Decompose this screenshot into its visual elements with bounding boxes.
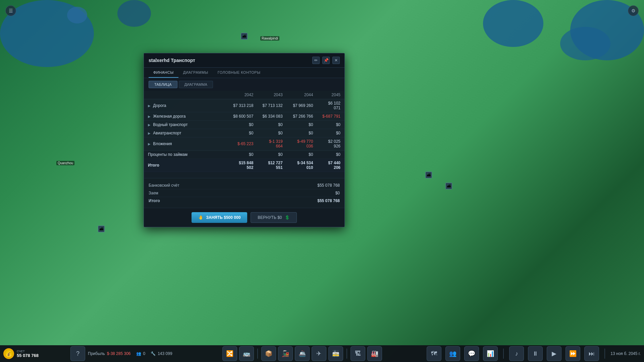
invest-2042: $-65 223 bbox=[228, 137, 257, 150]
city-icon-4[interactable]: 🏙 bbox=[241, 33, 248, 40]
plane-icon: ✈ bbox=[316, 350, 321, 357]
toolbar-tram[interactable]: 🚋 bbox=[328, 346, 343, 361]
col-header-2045: 2045 bbox=[317, 91, 344, 99]
expand-arrow[interactable]: ▶ bbox=[148, 123, 151, 127]
profit-value: $-38 285 306 bbox=[107, 351, 131, 356]
pause-icon: ⏸ bbox=[532, 350, 538, 357]
skipfwd-button[interactable]: ⏭ bbox=[584, 346, 599, 361]
row-label-railway: ▶ Железная дорога bbox=[144, 112, 228, 121]
tab-finances[interactable]: ФИНАНСЫ bbox=[149, 68, 178, 78]
air-2044: $0 bbox=[287, 129, 317, 137]
toolbar-factory[interactable]: 🏭 bbox=[367, 346, 382, 361]
summary-total-label: Итого bbox=[149, 198, 160, 203]
city-label-rawalpindi: Rawalpindi bbox=[260, 36, 279, 41]
note-icon: ♪ bbox=[515, 350, 518, 357]
expand-arrow[interactable]: ▶ bbox=[148, 104, 151, 108]
users-icon: 👥 bbox=[449, 350, 457, 357]
play-button[interactable]: ▶ bbox=[547, 346, 561, 361]
profit-info: Прибыль $-38 285 306 bbox=[88, 351, 131, 356]
toolbar-bus[interactable]: 🚌 bbox=[239, 346, 254, 361]
edit-button[interactable]: ✏ bbox=[312, 57, 320, 64]
expand-arrow[interactable]: ▶ bbox=[148, 142, 151, 146]
workers-info: 🔧 143 099 bbox=[151, 351, 172, 356]
loan-label: Заем bbox=[149, 191, 158, 195]
pause-button[interactable]: ⏸ bbox=[528, 346, 543, 361]
toolbar-construct[interactable]: 🏗 bbox=[351, 346, 365, 361]
bus-icon: 🚌 bbox=[243, 350, 250, 357]
menu-icon: ☰ bbox=[9, 8, 13, 13]
summary-loan-row: Заем $0 bbox=[149, 189, 340, 197]
return-button[interactable]: ВЕРНУТЬ $0 💲 bbox=[251, 212, 297, 223]
tab-hq[interactable]: ГОЛОВНЫЕ КОНТОРЫ bbox=[213, 68, 265, 78]
col-header-2043: 2043 bbox=[257, 91, 286, 99]
railway-2045: $-687 791 bbox=[317, 112, 344, 121]
pin-icon: 📌 bbox=[324, 58, 329, 63]
summary-bank-row: Банковский счёт $55 078 768 bbox=[149, 182, 340, 189]
bottom-bar: 💰 СЧЕТ 55 078 768 ? Прибыль $-38 285 306… bbox=[0, 345, 644, 362]
city-icon-1[interactable]: 🏙 bbox=[98, 226, 105, 232]
stats-icon: 📊 bbox=[487, 350, 494, 357]
help-button[interactable]: ? bbox=[70, 346, 85, 361]
toolbar-separator-4 bbox=[604, 349, 605, 359]
toolbar-train[interactable]: 🚂 bbox=[278, 346, 293, 361]
close-button[interactable]: ✕ bbox=[332, 57, 340, 64]
table-row: ▶ Водный транспорт $0 $0 $0 $0 bbox=[144, 121, 344, 129]
toolbar-cargo[interactable]: 📦 bbox=[261, 346, 276, 361]
pin-button[interactable]: 📌 bbox=[322, 57, 330, 64]
sub-tab-diagram[interactable]: ДИАГРАММА bbox=[179, 81, 213, 88]
fastfwd-button[interactable]: ⏩ bbox=[566, 346, 580, 361]
play-icon: ▶ bbox=[552, 350, 556, 357]
modal-footer: 🤚 ЗАНЯТЬ $500 000 ВЕРНУТЬ $0 💲 bbox=[144, 208, 344, 227]
expand-arrow[interactable]: ▶ bbox=[148, 131, 151, 135]
city-icon-2[interactable]: 🏙 bbox=[425, 172, 432, 178]
game-date: 13 ноя б. 2045 г. bbox=[610, 351, 641, 356]
users-button[interactable]: 👥 bbox=[445, 346, 460, 361]
water-2045: $0 bbox=[317, 121, 344, 129]
workers-icon: 🔧 bbox=[151, 351, 156, 356]
railway-2043: $6 334 083 bbox=[257, 112, 286, 121]
invest-2043: $-1 319 664 bbox=[257, 137, 286, 150]
map-button[interactable]: 🗺 bbox=[427, 346, 441, 361]
toolbar-separator-2 bbox=[346, 349, 347, 359]
balance-info: СЧЕТ 55 078 768 bbox=[17, 350, 39, 358]
routes-icon: 🔀 bbox=[226, 350, 233, 357]
table-row: ▶ Вложения $-65 223 $-1 319 664 $-49 770… bbox=[144, 137, 344, 150]
invest-2045: $2 025 926 bbox=[317, 137, 344, 150]
city-icon-3[interactable]: 🏙 bbox=[445, 183, 452, 189]
factory-icon: 🏭 bbox=[371, 350, 378, 357]
table-header-row: 2042 2043 2044 2045 bbox=[144, 91, 344, 99]
top-left-menu-button[interactable]: ☰ bbox=[5, 5, 16, 16]
tab-charts[interactable]: ДИАГРАММЫ bbox=[178, 68, 213, 78]
toolbar-ship[interactable]: 🚢 bbox=[295, 346, 310, 361]
row-label-investments: ▶ Вложения bbox=[144, 137, 228, 150]
modal-header: stalxerhd Транспорт ✏ 📌 ✕ bbox=[144, 53, 344, 68]
note-button[interactable]: ♪ bbox=[509, 346, 524, 361]
borrow-label: ЗАНЯТЬ $500 000 bbox=[206, 215, 240, 220]
toolbar-center: 🔀 🚌 📦 🚂 🚢 ✈ 🚋 🏗 🏭 bbox=[178, 346, 427, 361]
water-2042: $0 bbox=[228, 121, 257, 129]
main-tabs: ФИНАНСЫ ДИАГРАММЫ ГОЛОВНЫЕ КОНТОРЫ bbox=[144, 68, 344, 78]
expand-arrow[interactable]: ▶ bbox=[148, 115, 151, 118]
bank-value: $55 078 768 bbox=[317, 183, 340, 188]
borrow-icon: 🤚 bbox=[198, 215, 203, 220]
train-icon: 🚂 bbox=[282, 350, 289, 357]
row-label-water: ▶ Водный транспорт bbox=[144, 121, 228, 129]
top-right-settings-button[interactable]: ⚙ bbox=[628, 5, 639, 16]
borrow-button[interactable]: 🤚 ЗАНЯТЬ $500 000 bbox=[192, 212, 247, 223]
col-header-2042: 2042 bbox=[228, 91, 257, 99]
chat-icon: 💬 bbox=[468, 350, 475, 357]
row-label-air: ▶ Авиатранспорт bbox=[144, 129, 228, 137]
modal-title: stalxerhd Транспорт bbox=[149, 58, 195, 63]
loan-value: $0 bbox=[335, 191, 340, 195]
water-2043: $0 bbox=[257, 121, 286, 129]
row-label-road: ▶ Дорога bbox=[144, 99, 228, 112]
railway-2044: $7 266 766 bbox=[287, 112, 317, 121]
summary-total-value: $55 078 768 bbox=[317, 198, 340, 203]
stats-button[interactable]: 📊 bbox=[483, 346, 498, 361]
modal-controls: ✏ 📌 ✕ bbox=[312, 57, 340, 64]
ship-icon: 🚢 bbox=[299, 350, 306, 357]
toolbar-plane[interactable]: ✈ bbox=[312, 346, 326, 361]
sub-tab-table[interactable]: ТАБЛИЦА bbox=[149, 81, 177, 88]
chat-button[interactable]: 💬 bbox=[464, 346, 479, 361]
toolbar-routes[interactable]: 🔀 bbox=[222, 346, 237, 361]
